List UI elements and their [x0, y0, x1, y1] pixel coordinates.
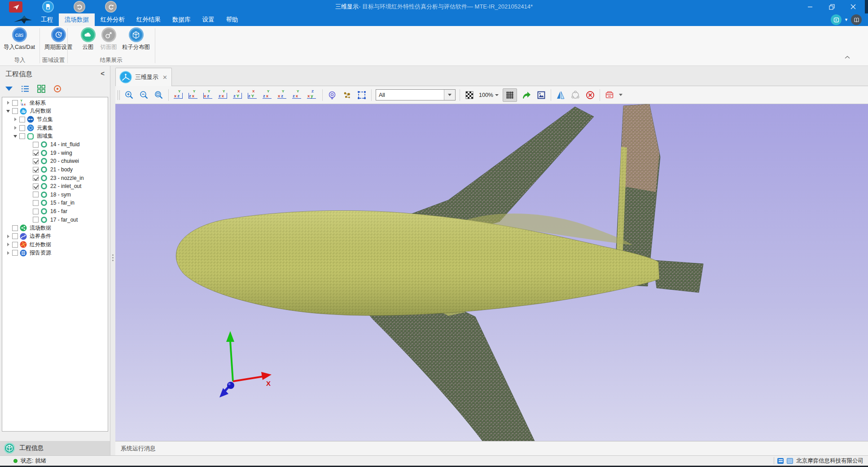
checkbox[interactable] — [33, 192, 39, 197]
light-icon[interactable] — [327, 90, 338, 100]
view-orientation-6-icon[interactable]: XzY — [247, 90, 259, 100]
zoom-out-icon[interactable] — [139, 90, 149, 100]
checkbox[interactable] — [12, 100, 18, 106]
view-orientation-4-icon[interactable]: Yzx — [217, 90, 229, 100]
menu-item-3[interactable]: 红外结果 — [131, 13, 167, 26]
layout-icon[interactable] — [777, 458, 784, 464]
expander-closed-icon[interactable] — [5, 241, 11, 248]
ribbon-collapse-chevron-icon[interactable] — [845, 56, 850, 59]
checkbox[interactable] — [12, 108, 18, 114]
help-book-icon[interactable] — [851, 14, 862, 25]
redo-button[interactable] — [105, 1, 117, 13]
import-cas-dat-button[interactable]: cas 导入Cas/Dat — [0, 27, 39, 51]
save-button[interactable] — [42, 1, 54, 13]
grid-view-icon[interactable] — [36, 83, 47, 94]
export-image-icon[interactable] — [536, 90, 547, 100]
minimize-button[interactable] — [804, 1, 816, 13]
checkbox[interactable] — [33, 200, 39, 206]
panel-bottom-bar[interactable]: 工程信息 — [0, 441, 110, 455]
checkbox[interactable] — [33, 183, 39, 189]
tree-item[interactable]: 边界条件 — [2, 232, 108, 241]
share-arrow-icon[interactable] — [521, 90, 532, 100]
locate-target-icon[interactable] — [52, 83, 63, 94]
tree-item[interactable]: 面域集 — [2, 132, 108, 140]
expander-closed-icon[interactable] — [12, 116, 18, 122]
restore-button[interactable] — [826, 1, 837, 13]
expander-closed-icon[interactable] — [5, 250, 11, 256]
window-layout-icon[interactable] — [787, 458, 793, 464]
tree-item[interactable]: 15 - far_in — [2, 199, 108, 207]
display-filter-combobox[interactable]: All — [376, 89, 456, 100]
expander-open-icon[interactable] — [5, 108, 11, 114]
select-box-icon[interactable] — [356, 90, 367, 100]
checkbox[interactable] — [12, 225, 18, 231]
tree-item[interactable]: 18 - sym — [2, 191, 108, 199]
tree-item[interactable]: 流场数据 — [2, 224, 108, 232]
checkbox[interactable] — [19, 133, 25, 139]
checkbox[interactable] — [33, 209, 39, 214]
tree-item[interactable]: 红外数据 — [2, 240, 108, 249]
view-orientation-1-icon[interactable]: Yxz — [173, 90, 185, 100]
annotation-box-icon[interactable] — [604, 90, 615, 100]
dropdown-caret-icon[interactable]: ▼ — [844, 17, 848, 22]
expander-open-icon[interactable] — [12, 133, 18, 140]
mesh-toggle-button[interactable] — [503, 88, 517, 102]
view-orientation-9-icon[interactable]: Yzx — [291, 90, 303, 100]
checkbox[interactable] — [12, 242, 18, 248]
zoom-level-dropdown[interactable]: 100% — [479, 92, 499, 98]
view-orientation-10-icon[interactable]: Zxy — [306, 90, 318, 100]
tree-item[interactable]: 19 - wing — [2, 149, 108, 157]
tree-item[interactable]: 16 - far — [2, 207, 108, 216]
combobox-dropdown-button[interactable] — [444, 90, 455, 100]
transparency-checker-icon[interactable] — [464, 90, 475, 100]
close-button[interactable] — [847, 1, 859, 13]
tree-item[interactable]: 21 - body — [2, 166, 108, 174]
checkbox[interactable] — [33, 217, 39, 223]
menu-item-1[interactable]: 流场数据 — [59, 13, 95, 26]
tree-item[interactable]: 节点集 — [2, 115, 108, 124]
view-orientation-2-icon[interactable]: Yzx — [188, 90, 200, 100]
tree-item[interactable]: 20 - chuiwei — [2, 157, 108, 166]
more-tools-caret-icon[interactable] — [619, 94, 623, 96]
splitter-handle[interactable] — [112, 254, 114, 262]
mirror-icon[interactable] — [555, 90, 566, 100]
tree-item[interactable]: 几何数据 — [2, 107, 108, 116]
outline-list-icon[interactable] — [20, 83, 31, 94]
particles-display-icon[interactable] — [342, 90, 352, 100]
zoom-in-icon[interactable] — [124, 90, 135, 100]
tree-item[interactable]: 14 - int_fluid — [2, 140, 108, 149]
tab-close-icon[interactable]: ✕ — [162, 74, 167, 81]
menu-item-6[interactable]: 帮助 — [220, 13, 244, 26]
checkbox[interactable] — [19, 125, 25, 131]
tree-item[interactable]: Yzx坐标系 — [2, 99, 108, 107]
filter-icon[interactable] — [4, 83, 14, 94]
style-switch-icon[interactable] — [831, 14, 842, 25]
particle-distribution-button[interactable]: 粒子分布图 — [117, 27, 155, 51]
checkbox[interactable] — [33, 167, 39, 173]
tree-item[interactable]: 23 - nozzle_in — [2, 174, 108, 182]
expander-closed-icon[interactable] — [5, 100, 11, 106]
expander-closed-icon[interactable] — [12, 125, 18, 131]
tree-item[interactable]: 17 - far_out — [2, 215, 108, 224]
checkbox[interactable] — [12, 250, 18, 256]
tree-item[interactable]: 报告资源 — [2, 249, 108, 258]
view-orientation-5-icon[interactable]: XzY — [232, 90, 244, 100]
undo-button[interactable] — [74, 1, 85, 13]
toolbar-drag-handle[interactable] — [118, 90, 120, 100]
panel-splitter[interactable] — [110, 66, 115, 455]
checkbox[interactable] — [19, 117, 25, 122]
panel-collapse-button[interactable]: < — [101, 70, 105, 77]
menu-item-5[interactable]: 设置 — [197, 13, 220, 26]
viewport-3d[interactable]: X — [115, 104, 868, 441]
tree-item[interactable]: 22 - inlet_out — [2, 182, 108, 191]
cancel-icon[interactable] — [585, 90, 596, 100]
tree-item[interactable]: 元素集 — [2, 124, 108, 132]
checkbox[interactable] — [33, 142, 39, 148]
view-orientation-8-icon[interactable]: Yxz — [276, 90, 289, 100]
view-orientation-3-icon[interactable]: Yxz — [202, 90, 215, 100]
tab-3d-view[interactable]: 三维显示 ✕ — [115, 68, 172, 86]
checkbox[interactable] — [33, 175, 39, 181]
expander-closed-icon[interactable] — [5, 233, 11, 240]
zoom-fit-icon[interactable] — [153, 90, 164, 100]
checkbox[interactable] — [33, 158, 39, 164]
